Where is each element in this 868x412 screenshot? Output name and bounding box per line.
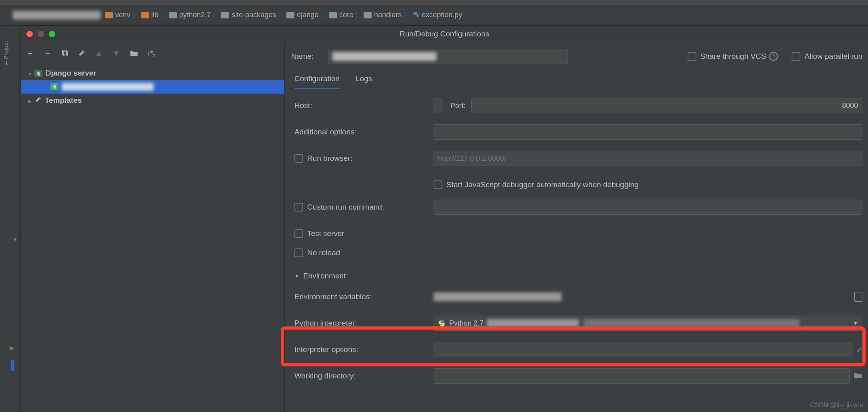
name-label: Name:	[288, 52, 328, 61]
additional-options-label: Additional options:	[294, 128, 434, 136]
checkbox-icon	[294, 203, 303, 212]
chevron-right-icon: 〉	[160, 10, 167, 20]
host-input[interactable]	[434, 98, 442, 113]
breadcrumb-item[interactable]: core	[329, 11, 353, 19]
gutter-marker	[11, 360, 14, 371]
tree-toolbar: ＋ － ▲ ▼ ↓az	[21, 45, 284, 65]
help-icon[interactable]: ?	[769, 52, 778, 61]
tabs: Configuration Logs	[285, 64, 868, 89]
tree-label: Django server	[46, 69, 96, 78]
checkbox-icon	[688, 52, 696, 61]
svg-point-0	[414, 13, 415, 14]
additional-options-input[interactable]	[434, 124, 862, 140]
start-js-debugger-checkbox[interactable]: Start JavaScript debugger automatically …	[434, 180, 862, 189]
custom-run-command-checkbox[interactable]: Custom run command:	[294, 203, 384, 212]
test-server-checkbox[interactable]: Test server	[294, 229, 344, 238]
breadcrumb-item[interactable]: site-packages	[221, 11, 276, 19]
close-window-button[interactable]	[26, 31, 33, 37]
project-tool-window-tab[interactable]: 1: Project	[0, 26, 11, 82]
folder-icon	[169, 12, 177, 18]
env-variables-label: Environment variables:	[294, 292, 434, 301]
allow-parallel-run-checkbox[interactable]: Allow parallel run	[792, 52, 862, 61]
breadcrumb: venv〉 lib〉 python2.7〉 site-packages〉 dja…	[0, 5, 868, 26]
breadcrumb-file[interactable]: exception.py	[412, 11, 462, 19]
breadcrumb-item[interactable]: lib	[141, 11, 158, 19]
sort-alpha-icon[interactable]: ↓az	[147, 48, 156, 58]
blurred-name-value	[332, 52, 436, 61]
breadcrumb-item[interactable]: venv	[105, 11, 130, 19]
checkbox-icon	[294, 154, 303, 163]
maximize-window-button[interactable]	[49, 31, 55, 37]
wrench-icon[interactable]	[78, 49, 86, 57]
wrench-icon	[34, 96, 42, 105]
port-input[interactable]	[471, 98, 862, 113]
breadcrumb-item[interactable]: python2.7	[169, 11, 211, 19]
move-down-icon[interactable]: ▼	[112, 48, 121, 58]
dialog-title: Run/Debug Configurations	[400, 30, 489, 38]
run-debug-configurations-dialog: Run/Debug Configurations ＋ － ▲ ▼ ↓az dj …	[21, 26, 868, 412]
watermark: CSDN @liu_jiayou	[810, 402, 863, 409]
collapse-arrow-icon[interactable]: ▼	[13, 237, 18, 242]
folder-icon	[329, 12, 337, 18]
no-reload-checkbox[interactable]: No reload	[294, 248, 340, 257]
window-controls	[26, 31, 55, 37]
chevron-right-icon: 〉	[278, 10, 285, 20]
django-icon: dj	[34, 70, 42, 77]
host-label: Host:	[294, 101, 434, 110]
tool-window-number: 1:	[3, 60, 8, 66]
run-browser-checkbox[interactable]: Run browser:	[294, 154, 352, 163]
configurations-tree-panel: ＋ － ▲ ▼ ↓az dj Django server dj	[21, 42, 285, 412]
chevron-right-icon[interactable]	[26, 96, 34, 105]
folder-icon	[141, 12, 149, 18]
folder-icon	[286, 12, 294, 18]
python-file-icon	[412, 12, 419, 19]
run-gutter-icon[interactable]: ▶	[10, 344, 14, 352]
blurred-interp-detail	[487, 319, 579, 327]
custom-run-command-input[interactable]	[434, 200, 862, 215]
chevron-right-icon: 〉	[132, 10, 139, 20]
move-up-icon[interactable]: ▲	[94, 48, 103, 58]
tree-node-django-server[interactable]: dj Django server	[21, 66, 284, 80]
run-browser-url-input[interactable]	[434, 151, 862, 166]
highlight-annotation	[281, 326, 866, 366]
share-through-vcs-checkbox[interactable]: Share through VCS	[688, 52, 766, 61]
blurred-interp-path	[584, 319, 800, 327]
checkbox-icon	[434, 180, 442, 189]
tab-logs[interactable]: Logs	[356, 74, 372, 89]
environment-section-header[interactable]: ▼ Environment	[294, 272, 862, 280]
minimize-window-button[interactable]	[38, 31, 44, 37]
add-icon[interactable]: ＋	[26, 47, 34, 59]
dialog-titlebar[interactable]: Run/Debug Configurations	[21, 26, 868, 42]
folder-icon	[221, 12, 229, 18]
chevron-right-icon: 〉	[320, 10, 327, 20]
working-directory-input[interactable]	[434, 368, 850, 384]
config-name-input[interactable]	[328, 49, 568, 64]
breadcrumb-item[interactable]: handlers	[364, 11, 402, 19]
chevron-right-icon: 〉	[355, 10, 362, 20]
breadcrumb-item[interactable]: django	[286, 11, 318, 19]
remove-icon[interactable]: －	[43, 47, 52, 59]
breadcrumb-blurred-root	[13, 11, 101, 20]
main-window-titlebar	[0, 0, 868, 5]
working-directory-label: Working directory:	[294, 372, 434, 380]
checkbox-icon	[792, 52, 800, 61]
tree-label: Templates	[45, 96, 82, 105]
copy-icon[interactable]	[61, 49, 69, 57]
checkbox-icon	[294, 248, 303, 257]
folder-icon[interactable]	[130, 50, 138, 57]
checkbox-icon	[294, 229, 303, 238]
chevron-down-icon: ▼	[294, 273, 299, 279]
chevron-down-icon: ▼	[853, 320, 858, 326]
port-label: Port:	[450, 102, 466, 110]
python-icon	[438, 319, 446, 327]
document-icon[interactable]	[854, 292, 862, 302]
chevron-right-icon: 〉	[212, 10, 220, 20]
folder-browse-icon[interactable]	[854, 372, 862, 381]
tab-configuration[interactable]: Configuration	[294, 74, 340, 89]
tree-node-templates[interactable]: Templates	[21, 94, 284, 107]
chevron-down-icon[interactable]	[26, 69, 34, 78]
blurred-env-value	[434, 292, 562, 301]
folder-icon	[105, 12, 113, 18]
tree-node-selected-config[interactable]: dj	[21, 80, 284, 94]
folder-icon	[364, 12, 372, 18]
